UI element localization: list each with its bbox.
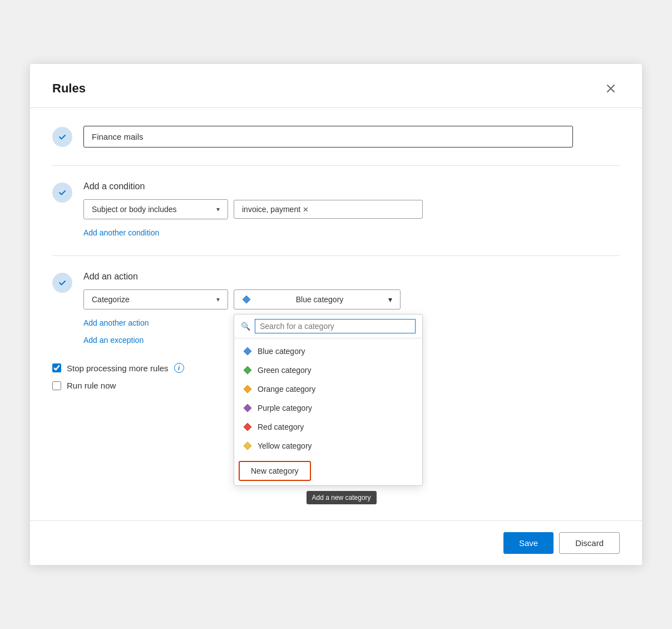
category-dropdown-wrapper: Blue category ▾ 🔍	[234, 289, 401, 309]
save-button[interactable]: Save	[503, 532, 554, 554]
category-search-box: 🔍	[234, 314, 422, 338]
purple-category-label: Purple category	[258, 404, 312, 412]
list-item[interactable]: Orange category	[234, 380, 422, 399]
action-row: Categorize ▾ Blue category ▾	[83, 289, 620, 309]
category-dropdown: 🔍 Blue category	[234, 314, 423, 486]
add-action-button[interactable]: Add another action	[83, 318, 149, 327]
stop-processing-info-icon[interactable]: i	[174, 363, 184, 373]
close-button[interactable]	[602, 80, 620, 97]
new-category-wrapper: New category Add a new category	[234, 459, 315, 485]
condition-content: Add a condition Subject or body includes…	[83, 181, 620, 238]
new-category-tooltip: Add a new category	[307, 491, 377, 504]
action-type-dropdown[interactable]: Categorize ▾	[83, 289, 228, 309]
svg-marker-4	[244, 404, 251, 412]
category-chevron-icon: ▾	[388, 295, 392, 304]
rule-name-input[interactable]	[83, 126, 573, 148]
yellow-category-label: Yellow category	[258, 441, 312, 450]
rules-dialog: Rules	[30, 64, 642, 565]
blue-cat-icon	[243, 347, 252, 356]
action-label: Add an action	[83, 272, 620, 282]
condition-section: Add a condition Subject or body includes…	[52, 181, 620, 238]
action-type-label: Categorize	[92, 295, 130, 304]
rule-name-content	[83, 126, 620, 148]
divider-2	[52, 255, 620, 256]
selected-category-label: Blue category	[296, 295, 344, 304]
dialog-body: Add a condition Subject or body includes…	[30, 108, 642, 454]
yellow-cat-icon	[243, 441, 252, 450]
stop-processing-checkbox[interactable]	[52, 363, 61, 372]
condition-type-dropdown[interactable]: Subject or body includes ▾	[83, 199, 228, 219]
discard-button[interactable]: Discard	[559, 532, 620, 554]
condition-type-chevron-icon: ▾	[216, 205, 220, 213]
condition-label: Add a condition	[83, 181, 620, 191]
svg-marker-5	[244, 423, 251, 431]
category-list: Blue category Green category	[234, 338, 422, 459]
orange-cat-icon	[243, 385, 252, 394]
condition-row: Subject or body includes ▾ invoice, paym…	[83, 199, 620, 219]
condition-tag: invoice, payment ✕	[242, 205, 309, 214]
dialog-footer: Save Discard	[30, 520, 642, 565]
rule-name-check-icon	[52, 127, 72, 147]
category-search-input[interactable]	[255, 319, 416, 333]
condition-value-input[interactable]: invoice, payment ✕	[234, 200, 423, 219]
condition-tag-close-icon[interactable]: ✕	[303, 205, 309, 214]
action-section: Add an action Categorize ▾ Blue category	[52, 272, 620, 345]
condition-check-icon	[52, 183, 72, 203]
svg-marker-3	[244, 385, 251, 393]
add-condition-button[interactable]: Add another condition	[83, 228, 159, 237]
new-category-button[interactable]: New category	[239, 461, 311, 481]
divider-1	[52, 165, 620, 166]
svg-marker-2	[244, 366, 251, 374]
action-content: Add an action Categorize ▾ Blue category	[83, 272, 620, 345]
green-cat-icon	[243, 366, 252, 375]
action-check-icon	[52, 273, 72, 293]
run-now-label: Run rule now	[67, 381, 116, 390]
svg-marker-1	[244, 347, 251, 355]
purple-cat-icon	[243, 404, 252, 412]
list-item[interactable]: Purple category	[234, 399, 422, 417]
list-item[interactable]: Blue category	[234, 342, 422, 361]
orange-category-label: Orange category	[258, 385, 315, 394]
condition-tag-text: invoice, payment	[242, 205, 300, 214]
list-item[interactable]: Green category	[234, 361, 422, 380]
category-selected-display[interactable]: Blue category ▾	[234, 289, 401, 309]
run-now-checkbox[interactable]	[52, 381, 61, 390]
green-category-label: Green category	[258, 366, 312, 375]
condition-type-label: Subject or body includes	[92, 205, 177, 214]
svg-marker-6	[244, 442, 251, 450]
dialog-header: Rules	[30, 64, 642, 108]
rule-name-section	[52, 126, 620, 148]
search-icon: 🔍	[241, 322, 250, 331]
dialog-title: Rules	[52, 81, 86, 96]
stop-processing-label: Stop processing more rules	[67, 363, 169, 373]
blue-category-label: Blue category	[258, 347, 305, 356]
list-item[interactable]: Yellow category	[234, 436, 422, 455]
red-category-label: Red category	[258, 422, 304, 431]
red-cat-icon	[243, 422, 252, 431]
action-type-chevron-icon: ▾	[216, 296, 220, 303]
add-exception-button[interactable]: Add an exception	[83, 336, 144, 345]
blue-category-icon	[242, 295, 251, 304]
list-item[interactable]: Red category	[234, 417, 422, 436]
svg-marker-0	[243, 296, 250, 303]
